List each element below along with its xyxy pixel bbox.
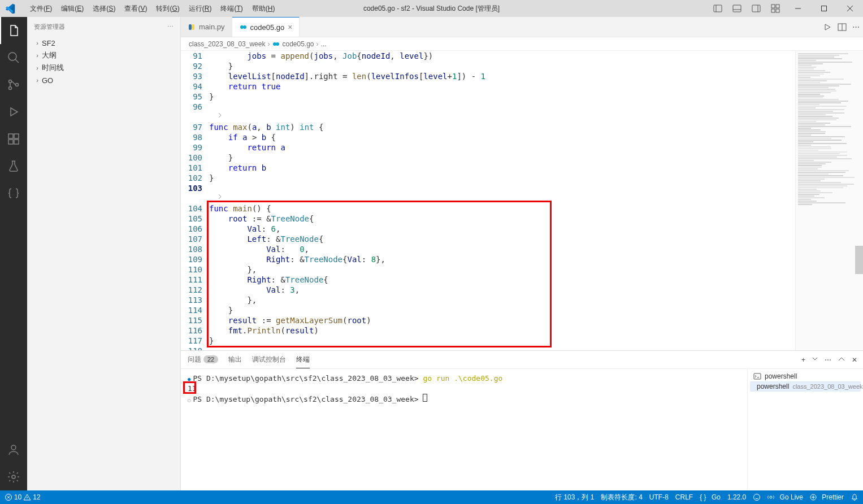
- code-line[interactable]: Right: &TreeNode{: [209, 275, 795, 285]
- code-line[interactable]: Left: &TreeNode{: [209, 234, 795, 244]
- layout-panel-icon[interactable]: [727, 0, 747, 17]
- code-line[interactable]: }: [209, 336, 795, 346]
- debug-console-tab[interactable]: 调试控制台: [252, 351, 286, 368]
- code-line[interactable]: }: [209, 305, 795, 315]
- code-line[interactable]: Val: 3,: [209, 285, 795, 295]
- extensions-icon[interactable]: [0, 125, 27, 153]
- menu-f[interactable]: 文件(F): [25, 2, 57, 16]
- close-panel-icon[interactable]: ✕: [852, 356, 857, 364]
- account-icon[interactable]: [0, 436, 27, 463]
- code-line[interactable]: [209, 102, 795, 112]
- maximize-panel-icon[interactable]: [838, 356, 845, 364]
- notifications-bell-icon[interactable]: [851, 493, 858, 501]
- menu-v[interactable]: 查看(V): [120, 2, 151, 16]
- status-lang[interactable]: { } Go: [700, 493, 721, 501]
- scrollbar-thumb[interactable]: [855, 246, 863, 274]
- status-indent[interactable]: 制表符长度: 4: [601, 493, 642, 502]
- code-line[interactable]: }: [209, 92, 795, 102]
- code-line[interactable]: func max(a, b int) int {: [209, 122, 795, 132]
- status-eol[interactable]: CRLF: [675, 493, 693, 501]
- flask-icon[interactable]: [0, 153, 27, 180]
- breadcrumb-folder[interactable]: class_2023_08_03_week: [189, 40, 265, 48]
- feedback-icon[interactable]: [753, 493, 761, 501]
- code-line[interactable]: levelList[nodeId].right = len(levelInfos…: [209, 71, 795, 81]
- settings-gear-icon[interactable]: [0, 463, 27, 490]
- tree-item[interactable]: ›SF2: [27, 37, 180, 49]
- terminal-list-item[interactable]: powershellclass_2023_08_03_week: [750, 381, 861, 392]
- menu-r[interactable]: 运行(R): [184, 2, 216, 16]
- new-terminal-icon[interactable]: +: [801, 356, 805, 364]
- line-number: 96: [181, 102, 202, 112]
- tree-item[interactable]: ›时间线: [27, 62, 180, 74]
- split-editor-icon[interactable]: [838, 23, 847, 32]
- terminal-list-item[interactable]: powershell: [750, 371, 861, 381]
- codelens[interactable]: [209, 193, 795, 203]
- code-line[interactable]: func main() {: [209, 203, 795, 214]
- code-line[interactable]: return a: [209, 142, 795, 153]
- code-line[interactable]: },: [209, 295, 795, 305]
- editor-tab[interactable]: main.py: [181, 17, 232, 37]
- code-line[interactable]: fmt.Println(result): [209, 325, 795, 336]
- go-live-button[interactable]: Go Live: [767, 493, 803, 501]
- window-maximize-button[interactable]: [811, 0, 837, 17]
- source-control-icon[interactable]: [0, 71, 27, 98]
- tree-item[interactable]: ›GO: [27, 74, 180, 86]
- chevron-down-icon[interactable]: [812, 356, 818, 364]
- debug-icon[interactable]: [0, 98, 27, 125]
- close-icon[interactable]: ×: [288, 23, 292, 32]
- more-actions-icon[interactable]: ⋯: [852, 23, 860, 31]
- code-editor[interactable]: 919293949596 979899100101102103 10410510…: [181, 51, 795, 350]
- menu-h[interactable]: 帮助(H): [248, 2, 280, 16]
- status-go-version[interactable]: 1.22.0: [727, 493, 746, 501]
- code-line[interactable]: [209, 183, 795, 193]
- code-line[interactable]: }: [209, 61, 795, 71]
- code-line[interactable]: }: [209, 153, 795, 163]
- code-line[interactable]: [209, 346, 795, 350]
- tree-item-label: 大纲: [42, 50, 57, 60]
- menu-e[interactable]: 编辑(E): [57, 2, 88, 16]
- svg-rect-11: [822, 6, 827, 11]
- more-icon[interactable]: ⋯: [825, 356, 831, 364]
- layout-sidebar-left-icon[interactable]: [708, 0, 727, 17]
- menu-s[interactable]: 选择(S): [88, 2, 120, 16]
- menu-g[interactable]: 转到(G): [151, 2, 184, 16]
- code-line[interactable]: Val: 6,: [209, 224, 795, 234]
- status-cursor-pos[interactable]: 行 103，列 1: [555, 493, 594, 502]
- prettier-status[interactable]: Prettier: [810, 493, 844, 501]
- code-line[interactable]: result := getMaxLayerSum(root): [209, 315, 795, 325]
- code-line[interactable]: Val: 0,: [209, 244, 795, 254]
- bracket-icon[interactable]: [0, 180, 27, 207]
- problems-tab[interactable]: 问题22: [188, 351, 218, 368]
- code-line[interactable]: },: [209, 264, 795, 275]
- code-line[interactable]: root := &TreeNode{: [209, 214, 795, 224]
- window-minimize-button[interactable]: [785, 0, 811, 17]
- terminal-tab[interactable]: 终端: [296, 351, 310, 368]
- breadcrumb-more[interactable]: ...: [321, 40, 327, 48]
- customize-layout-icon[interactable]: [766, 0, 785, 17]
- code-line[interactable]: return true: [209, 81, 795, 92]
- breadcrumb[interactable]: class_2023_08_03_week › code05.go › ...: [181, 37, 863, 51]
- explorer-icon[interactable]: [0, 17, 27, 44]
- breadcrumb-file[interactable]: code05.go: [282, 40, 314, 48]
- menu-t[interactable]: 终端(T): [216, 2, 247, 16]
- status-encoding[interactable]: UTF-8: [649, 493, 669, 501]
- output-tab[interactable]: 输出: [228, 351, 242, 368]
- code-line[interactable]: }: [209, 173, 795, 183]
- search-icon[interactable]: [0, 44, 27, 71]
- svg-point-17: [9, 87, 12, 90]
- codelens[interactable]: [209, 112, 795, 122]
- window-close-button[interactable]: [837, 0, 863, 17]
- minimap[interactable]: [795, 51, 863, 350]
- code-line[interactable]: jobs = append(jobs, Job{nodeId, level}): [209, 51, 795, 61]
- run-icon[interactable]: [823, 23, 832, 32]
- code-line[interactable]: if a > b {: [209, 132, 795, 142]
- layout-sidebar-right-icon[interactable]: [747, 0, 766, 17]
- tree-item[interactable]: ›大纲: [27, 49, 180, 62]
- code-line[interactable]: return b: [209, 163, 795, 173]
- status-errors[interactable]: 10 12: [5, 493, 41, 501]
- terminal[interactable]: ●PS D:\mysetup\gopath\src\sf2\class_2023…: [181, 369, 747, 490]
- more-icon[interactable]: ⋯: [167, 23, 174, 31]
- svg-marker-19: [11, 108, 18, 116]
- editor-tab[interactable]: code05.go×: [232, 17, 300, 37]
- code-line[interactable]: Right: &TreeNode{Val: 8},: [209, 254, 795, 264]
